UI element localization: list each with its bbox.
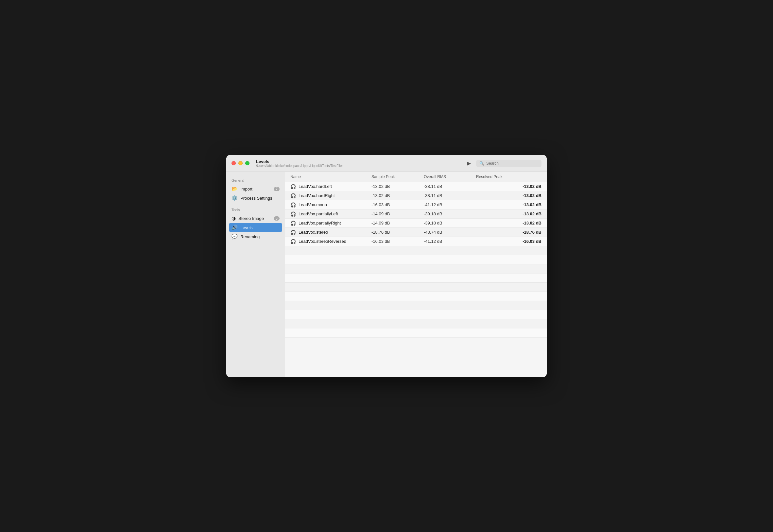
search-box: 🔍 [476,160,542,167]
maximize-button[interactable] [245,161,249,165]
col-header-resolved-peak: Resolved Peak [476,172,542,182]
row-resolved-peak: -16.03 dB [476,239,542,244]
window-path: /Users/fabianklinke/codespace/Lippo/Lipp… [256,164,343,168]
row-name: 🎧 LeadVox.stereoReversed [290,239,371,244]
table-header: Name Sample Peak Overall RMS Resolved Pe… [285,172,547,182]
tools-section: Tools ◑ Stereo Image 5 🔊 Levels 💬 Renami… [226,207,285,241]
empty-row [285,264,547,274]
levels-icon: 🔊 [231,224,238,230]
minimize-button[interactable] [238,161,243,165]
row-name-text: LeadVox.stereoReversed [298,239,346,244]
table-row[interactable]: 🎧 LeadVox.mono -16.03 dB -41.12 dB -13.0… [285,200,547,209]
row-sample-peak: -13.02 dB [371,193,424,198]
titlebar: Levels /Users/fabianklinke/codespace/Lip… [226,155,547,172]
row-name-text: LeadVox.partiallyLeft [298,211,338,216]
row-name-text: LeadVox.stereo [298,230,328,235]
row-resolved-peak: -13.02 dB [476,184,542,189]
row-resolved-peak: -13.02 dB [476,211,542,216]
import-icon: 📂 [231,186,238,192]
row-sample-peak: -14.09 dB [371,211,424,216]
table-row[interactable]: 🎧 LeadVox.stereoReversed -16.03 dB -41.1… [285,237,547,246]
row-overall-rms: -38.11 dB [424,193,476,198]
sidebar-item-stereo-image[interactable]: ◑ Stereo Image 5 [226,214,285,223]
row-resolved-peak: -13.02 dB [476,202,542,207]
row-overall-rms: -41.12 dB [424,239,476,244]
row-sample-peak: -14.09 dB [371,221,424,225]
row-name: 🎧 LeadVox.stereo [290,230,371,235]
row-name: 🎧 LeadVox.partiallyLeft [290,211,371,217]
table-body: 🎧 LeadVox.hardLeft -13.02 dB -38.11 dB -… [285,182,547,377]
empty-row [285,328,547,338]
col-header-overall-rms: Overall RMS [424,172,476,182]
empty-row [285,274,547,283]
audio-file-icon: 🎧 [290,202,296,208]
table-row[interactable]: 🎧 LeadVox.partiallyRight -14.09 dB -39.1… [285,219,547,228]
empty-row [285,255,547,264]
sidebar-label-import: Import [240,187,271,191]
sidebar-item-process-settings[interactable]: ⚙️ Process Settings [226,193,285,203]
row-sample-peak: -13.02 dB [371,184,424,189]
sidebar-label-renaming: Renaming [240,234,279,239]
table-row[interactable]: 🎧 LeadVox.partiallyLeft -14.09 dB -39.18… [285,209,547,219]
row-sample-peak: -18.76 dB [371,230,424,235]
audio-file-icon: 🎧 [290,184,296,189]
play-button[interactable]: ▶ [464,159,474,168]
row-overall-rms: -39.18 dB [424,211,476,216]
row-name: 🎧 LeadVox.hardRight [290,193,371,198]
empty-row [285,301,547,310]
general-section-label: General [226,177,285,184]
tools-section-label: Tools [226,207,285,214]
col-header-sample-peak: Sample Peak [371,172,424,182]
close-button[interactable] [231,161,236,165]
main-window: Levels /Users/fabianklinke/codespace/Lip… [226,155,547,377]
row-resolved-peak: -13.02 dB [476,221,542,225]
empty-row [285,283,547,292]
sidebar: General 📂 Import 7 ⚙️ Process Settings T… [226,172,285,377]
import-badge: 7 [274,187,279,191]
row-overall-rms: -43.74 dB [424,230,476,235]
row-overall-rms: -41.12 dB [424,202,476,207]
stereo-image-icon: ◑ [231,215,236,221]
row-name-text: LeadVox.hardLeft [298,184,332,189]
sidebar-item-levels[interactable]: 🔊 Levels [229,223,282,232]
table-row[interactable]: 🎧 LeadVox.hardLeft -13.02 dB -38.11 dB -… [285,182,547,191]
audio-file-icon: 🎧 [290,193,296,198]
search-input[interactable] [486,161,538,166]
sidebar-item-import[interactable]: 📂 Import 7 [226,184,285,193]
titlebar-center: Levels /Users/fabianklinke/codespace/Lip… [256,159,459,168]
row-resolved-peak: -13.02 dB [476,193,542,198]
col-header-name: Name [290,172,371,182]
process-settings-icon: ⚙️ [231,195,238,201]
row-sample-peak: -16.03 dB [371,239,424,244]
content-area: Name Sample Peak Overall RMS Resolved Pe… [285,172,547,377]
audio-file-icon: 🎧 [290,239,296,244]
sidebar-label-process-settings: Process Settings [240,196,279,201]
window-title: Levels [256,159,269,164]
row-sample-peak: -16.03 dB [371,202,424,207]
row-name-text: LeadVox.mono [298,202,327,207]
empty-row [285,292,547,301]
audio-file-icon: 🎧 [290,221,296,226]
row-name: 🎧 LeadVox.hardLeft [290,184,371,189]
sidebar-label-levels: Levels [240,225,279,230]
row-overall-rms: -39.18 dB [424,221,476,225]
empty-row [285,310,547,319]
sidebar-item-renaming[interactable]: 💬 Renaming [226,232,285,241]
table-row[interactable]: 🎧 LeadVox.stereo -18.76 dB -43.74 dB -18… [285,228,547,237]
row-name: 🎧 LeadVox.partiallyRight [290,221,371,226]
row-overall-rms: -38.11 dB [424,184,476,189]
row-name-text: LeadVox.hardRight [298,193,335,198]
row-name-text: LeadVox.partiallyRight [298,221,341,225]
audio-file-icon: 🎧 [290,230,296,235]
empty-row [285,246,547,255]
renaming-icon: 💬 [231,234,238,240]
empty-row [285,319,547,328]
table-row[interactable]: 🎧 LeadVox.hardRight -13.02 dB -38.11 dB … [285,191,547,200]
search-icon: 🔍 [479,161,484,166]
audio-file-icon: 🎧 [290,211,296,217]
row-name: 🎧 LeadVox.mono [290,202,371,208]
row-resolved-peak: -18.76 dB [476,230,542,235]
main-content: General 📂 Import 7 ⚙️ Process Settings T… [226,172,547,377]
stereo-image-badge: 5 [274,216,279,221]
sidebar-label-stereo-image: Stereo Image [238,216,271,221]
